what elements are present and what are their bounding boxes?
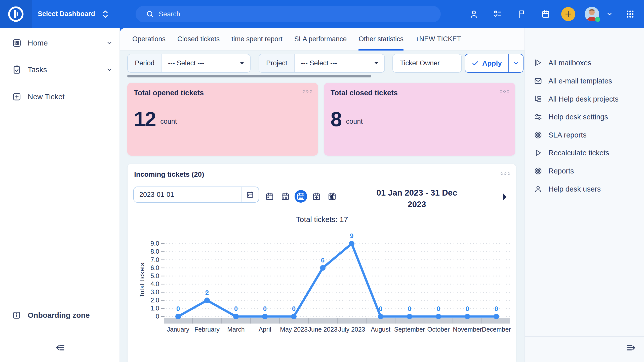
sidebar-item-label: Help desk settings: [548, 113, 608, 121]
app-logo[interactable]: [0, 0, 32, 28]
apply-button-label: Apply: [482, 59, 502, 67]
ticket-owner-filter[interactable]: Ticket Owner: [392, 54, 462, 73]
home-dashboard-icon: [12, 38, 22, 48]
card-total-closed-tickets: Total closed tickets 8 count: [324, 83, 515, 156]
account-chevron-down-icon[interactable]: [603, 11, 616, 17]
global-search[interactable]: [136, 6, 441, 22]
panel-title: Incoming tickets (20): [134, 170, 204, 178]
sidebar-item-email-templates[interactable]: All e-mail templates: [525, 73, 644, 89]
svg-text:June 2023: June 2023: [308, 326, 338, 333]
right-sidebar: All mailboxes All e-mail templates All H…: [525, 28, 644, 362]
date-calendar-button[interactable]: [241, 187, 259, 202]
sidebar-item-sla-reports[interactable]: SLA reports: [525, 127, 644, 143]
count-unit-label: count: [160, 118, 177, 125]
top-bar: Select Dashboard: [0, 0, 644, 28]
dashboard-selector-label: Select Dashboard: [38, 10, 95, 18]
sidebar-item-label: Tasks: [28, 65, 47, 74]
sidebar-item-tasks[interactable]: Tasks: [0, 61, 120, 79]
tasks-checklist-icon[interactable]: [486, 9, 510, 19]
svg-text:Total tickets: Total tickets: [139, 263, 145, 297]
project-filter[interactable]: Project --- Select ---: [259, 54, 385, 73]
granularity-quarter-button[interactable]: [310, 190, 323, 203]
tab-other-statistics[interactable]: Other statistics: [358, 28, 404, 51]
apply-button[interactable]: Apply: [465, 54, 509, 72]
granularity-month-button[interactable]: [295, 190, 307, 203]
svg-text:January: January: [167, 326, 189, 333]
sidebar-item-all-mailboxes[interactable]: All mailboxes: [525, 55, 644, 71]
sidebar-item-helpdesk-projects[interactable]: All Help desk projects: [525, 91, 644, 107]
svg-text:0: 0: [156, 313, 159, 320]
card-total-opened-tickets: Total opened tickets 12 count: [127, 83, 318, 156]
svg-text:0: 0: [495, 305, 498, 312]
project-filter-label: Project: [259, 54, 295, 72]
sidebar-item-recalculate-tickets[interactable]: Recalculate tickets: [525, 145, 644, 161]
sidebar-item-reports[interactable]: Reports: [525, 163, 644, 179]
svg-text:May 2023: May 2023: [280, 326, 308, 333]
count-unit-label: count: [346, 118, 363, 125]
user-icon: [534, 185, 543, 193]
svg-text:July 2023: July 2023: [338, 326, 365, 333]
project-filter-value: --- Select ---: [301, 59, 337, 67]
card-menu-dots-icon[interactable]: [500, 90, 509, 93]
svg-text:8.0: 8.0: [150, 248, 159, 255]
svg-text:0: 0: [263, 305, 267, 312]
sidebar-item-label: Recalculate tickets: [548, 149, 609, 157]
svg-text:September: September: [394, 326, 425, 333]
sidebar-item-onboarding-zone[interactable]: Onboarding zone: [0, 306, 120, 324]
svg-text:0: 0: [379, 305, 382, 312]
profile-icon[interactable]: [462, 9, 486, 19]
dashboard-selector[interactable]: Select Dashboard: [38, 0, 109, 28]
sidebar-item-helpdesk-users[interactable]: Help desk users: [525, 181, 644, 197]
calendar-icon[interactable]: [534, 9, 557, 19]
sidebar-item-home[interactable]: Home: [0, 34, 120, 52]
next-range-arrow[interactable]: [502, 193, 507, 201]
closed-tickets-count: 8: [331, 107, 342, 131]
sidebar-item-label: Home: [28, 39, 48, 47]
date-picker-group: [133, 187, 259, 203]
divider: [128, 183, 516, 183]
apply-options-chevron[interactable]: [509, 54, 523, 72]
info-icon: [12, 311, 22, 320]
svg-text:7.0: 7.0: [150, 256, 159, 263]
apps-grid-icon[interactable]: [616, 9, 644, 19]
tab-time-spent-report[interactable]: time spent report: [231, 28, 283, 51]
collapse-sidebar-button[interactable]: [50, 340, 70, 356]
search-input[interactable]: [159, 10, 410, 18]
mailbox-flag-icon: [534, 59, 543, 67]
onedesk-logo-icon: [8, 6, 24, 22]
divider: [525, 336, 644, 337]
tab-operations[interactable]: Operations: [132, 28, 166, 51]
granularity-day-button[interactable]: [263, 190, 276, 203]
svg-text:9.0: 9.0: [150, 240, 159, 247]
svg-text:November: November: [453, 326, 482, 333]
stat-cards: Total opened tickets 12 count Total clos…: [127, 83, 516, 156]
horizontal-scrollbar[interactable]: [127, 75, 371, 77]
collapse-left-arrow-icon: [54, 342, 66, 354]
svg-text:6: 6: [321, 256, 325, 264]
main-content: Operations Closed tickets time spent rep…: [120, 28, 525, 362]
granularity-week-button[interactable]: [279, 190, 292, 203]
svg-text:0: 0: [408, 305, 411, 312]
date-input[interactable]: [134, 191, 241, 199]
chevron-down-icon[interactable]: [106, 66, 113, 73]
card-menu-dots-icon[interactable]: [303, 90, 312, 93]
sidebar-item-label: Help desk users: [548, 185, 601, 193]
flag-icon[interactable]: [510, 9, 534, 19]
previous-range-arrow[interactable]: [329, 193, 334, 201]
chevron-down-icon[interactable]: [106, 40, 113, 46]
user-avatar[interactable]: [585, 7, 599, 21]
tab-new-ticket[interactable]: +NEW TICKET: [415, 28, 461, 51]
expand-sidebar-button[interactable]: [621, 340, 641, 356]
tab-sla-performance[interactable]: SLA performance: [294, 28, 347, 51]
sort-chevrons-icon: [102, 9, 109, 19]
add-new-button[interactable]: [561, 7, 575, 21]
period-filter[interactable]: Period --- Select ---: [127, 54, 251, 73]
panel-menu-dots-icon[interactable]: [501, 172, 510, 175]
sidebar-item-helpdesk-settings[interactable]: Help desk settings: [525, 109, 644, 125]
tab-closed-tickets[interactable]: Closed tickets: [177, 28, 220, 51]
sidebar-item-new-ticket[interactable]: New Ticket: [0, 88, 120, 106]
check-icon: [472, 60, 479, 67]
sliders-settings-icon: [534, 113, 543, 121]
incoming-tickets-line-chart: 01.02.03.04.05.06.07.08.09.0Total ticket…: [128, 227, 516, 345]
date-range-label: 01 Jan 2023 - 31 Dec 2023: [367, 187, 467, 210]
